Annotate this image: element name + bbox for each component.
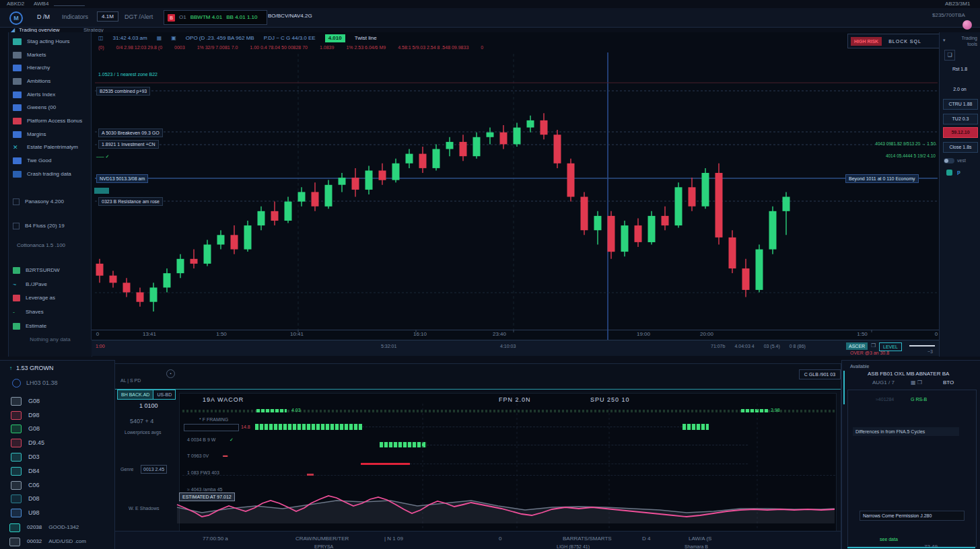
watchlist-row-4[interactable]: D03	[11, 450, 110, 464]
sidebar-tool-0[interactable]: B2RTSURDW	[13, 264, 90, 278]
rowE-red-tick	[307, 474, 314, 476]
watchlist-row-1[interactable]: D98	[11, 408, 110, 423]
trade-button-3[interactable]: TU2 0.3	[943, 114, 978, 124]
toolbar-red-seg-0: (0)	[98, 44, 104, 50]
trade-button-4[interactable]: 59.12.10	[943, 127, 978, 138]
sidebar-check-0[interactable]: Panasony 4.200	[13, 190, 90, 214]
watchlist-subrow[interactable]: LH03 01.38	[12, 379, 58, 388]
footer-item: 77:00:50 a	[203, 536, 228, 542]
status-left-time: 1:00	[96, 343, 105, 349]
block-sql-button[interactable]: BLOCK SQL	[888, 38, 921, 44]
footer-item: | N 1 09	[384, 536, 403, 542]
toggle-track	[944, 158, 954, 163]
rowD-dash-line	[410, 464, 748, 464]
trade-panel: ▾ Tradingtools ❏ Rst 1.82.0 onCTRU 1.88T…	[939, 32, 980, 357]
status-mid-time1: 5:32:01	[381, 343, 396, 349]
usbd-button[interactable]: US-BD	[153, 390, 176, 400]
sidebar-item-7[interactable]: Margins	[13, 128, 90, 141]
chevron-down-icon[interactable]: ▾	[943, 37, 946, 43]
toolbar-red-seg-8: 0	[481, 44, 483, 50]
rowC-green-block	[380, 442, 427, 447]
trade-button-2[interactable]: CTRU 1.88	[943, 99, 978, 110]
toolbar-seg-6[interactable]: 4.010	[325, 34, 345, 42]
toolbar-seg-2[interactable]: ▦	[157, 35, 162, 42]
toolbar-seg-3[interactable]: ▣	[171, 35, 176, 42]
toolbar-red-seg-1: 0/4 2.98 12:03 29.8 (0	[116, 44, 163, 50]
card-tag: AL | S PD	[120, 377, 141, 383]
grid-header-3: SPU 250 10	[590, 396, 630, 404]
window-tab-2[interactable]: AWB4	[34, 1, 48, 7]
sidebar-item-4[interactable]: Alerts Index	[13, 88, 90, 102]
status-right-values: 71:07b4.04:03 403 (5.4)0 8 (86)	[711, 343, 806, 349]
sidebar-item-9[interactable]: Twe Good	[13, 154, 90, 168]
time-axis[interactable]: 013:411:5010:4116:1023:4019:0020:001:500	[92, 331, 940, 339]
watchlist-row-6[interactable]: C06	[11, 478, 110, 492]
sidebar-tool-3[interactable]: -Shaves	[13, 305, 90, 320]
vest-toggle[interactable]: vest	[944, 157, 966, 163]
toolbar-seg-1[interactable]: 31:42 4.03 am	[113, 35, 147, 42]
watchlist-header: ↑ 1.53 GROWN	[9, 365, 54, 372]
user-avatar[interactable]	[963, 20, 972, 30]
card-corner-button[interactable]: C GLB /901 03	[799, 369, 841, 379]
watchlist-wide-row-1[interactable]: 00032AUD/USD .com	[9, 535, 112, 549]
trade-button-1[interactable]: 2.0 on	[943, 85, 977, 94]
toolbar-seg-5[interactable]: P.DJ ~ C G 44/3.0 EE	[264, 35, 316, 42]
status-chip-a[interactable]: ASCER	[846, 342, 868, 350]
watchlist-row-name: AUD/USD .com	[48, 538, 86, 545]
sidebar-item-1[interactable]: Markets	[13, 48, 90, 62]
sidebar-item-3[interactable]: Ambitions	[13, 75, 90, 88]
p-icon[interactable]: p	[957, 169, 960, 176]
watchlist-row-5[interactable]: D84	[11, 464, 110, 478]
sidebar-item-5[interactable]: Gweens (00	[13, 101, 90, 114]
watchlist-header-label: 1.53 GROWN	[16, 365, 54, 372]
trade-button-5[interactable]: Close 1.8s	[943, 142, 978, 153]
alerts-menu[interactable]: DGT /Alert	[125, 13, 153, 21]
watchlist-row-3[interactable]: D9.45	[11, 436, 110, 450]
watchlist-row-icon	[11, 425, 22, 433]
sidebar-check-1[interactable]: B4 Fluss (20) 19	[13, 214, 90, 238]
menu-left[interactable]: D /M	[37, 13, 50, 21]
watchlist-row-7[interactable]: D08	[11, 492, 110, 507]
backtest-split-button[interactable]: BH BACK.AD US-BD	[117, 390, 176, 400]
trade-button-0[interactable]: Rst 1.8	[943, 65, 977, 74]
footer2-item: Shamara B	[685, 544, 708, 549]
status-right-0: 71:07b	[711, 343, 725, 349]
watchlist-row-2[interactable]: G08	[11, 423, 110, 437]
toolbar-seg-7[interactable]: Twist line	[355, 35, 377, 42]
window-tab-1[interactable]: ABKD2	[7, 1, 24, 7]
grid-copy-icons[interactable]: ▦ ❒	[911, 379, 922, 386]
sidebar-check-label: B4 Fluss (20) 19	[25, 223, 65, 229]
quote-box[interactable]: B O1 BBWTM 4.01 BB 4.01 1.10	[164, 10, 267, 25]
info-chip-2[interactable]: Narrows Come Permission J.280	[860, 511, 965, 521]
see-data-link[interactable]: see data	[880, 536, 898, 542]
sidebar-tool-4[interactable]: Estimate	[13, 319, 90, 333]
sidebar-item-icon	[13, 118, 22, 124]
rowD-mark: ▬	[223, 452, 228, 458]
sidebar-item-0[interactable]: Stag acting Hours	[13, 35, 90, 48]
toolbar-seg-4[interactable]: OPO (D .23. 459 BA 962 MB	[186, 35, 254, 42]
sidebar-item-10[interactable]: Crash trading data	[13, 168, 90, 181]
sidebar-item-8[interactable]: ✕Estate Palentrimatym	[13, 141, 90, 155]
app-logo[interactable]: M	[9, 11, 23, 25]
sidebar-tool-2[interactable]: Leverage as	[13, 291, 90, 305]
watchlist-row-code: 02038	[27, 524, 42, 531]
backtest-button[interactable]: BH BACK.AD	[117, 390, 153, 400]
time-axis-label-4: 16:10	[410, 331, 430, 338]
watchlist-row-0[interactable]: G08	[11, 394, 110, 408]
value-box[interactable]: 4.1M	[97, 11, 118, 22]
sidebar-tool-icon	[13, 267, 20, 274]
info-chip-1[interactable]: Differences in from FNA.5 Cycles	[853, 427, 959, 436]
watchlist-wide-row-0[interactable]: 02038GOOD-1342	[9, 521, 112, 535]
sidebar-tool-1[interactable]: ~B./JPave	[13, 278, 90, 292]
copy-icon[interactable]: ❏	[944, 50, 955, 61]
watchlist-row-icon	[11, 411, 22, 420]
toolbar-seg-0[interactable]: ◫	[98, 35, 104, 42]
indicators-menu[interactable]: Indicators	[62, 13, 88, 21]
wallet-icon[interactable]	[946, 170, 952, 176]
high-risk-button[interactable]: HIGH RISK	[851, 37, 882, 46]
watchlist-rows: G08D98G08D9.45D03D84C06D08U98	[11, 394, 110, 520]
watchlist-row-8[interactable]: U98	[11, 506, 110, 520]
sidebar-item-2[interactable]: Hierarchy	[13, 61, 90, 75]
rowB-label: * F FRAMING	[199, 416, 228, 423]
sidebar-item-6[interactable]: Platform Access Bonus	[13, 114, 90, 128]
